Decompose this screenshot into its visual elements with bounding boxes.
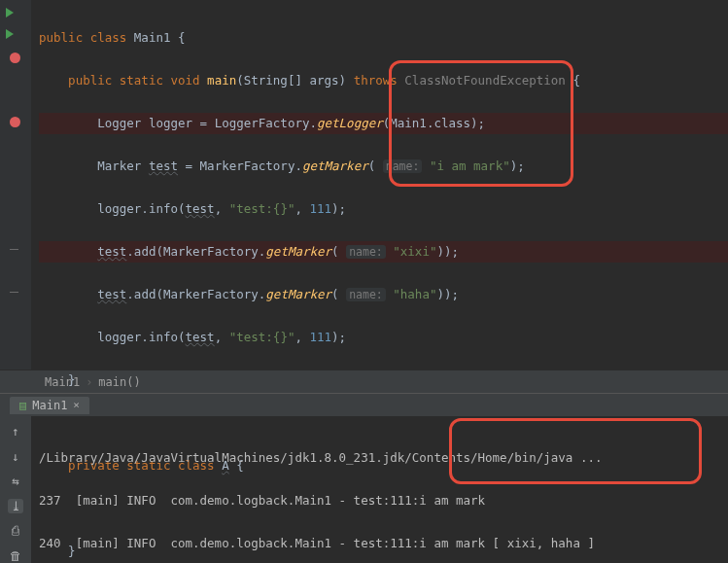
console-panel: ↑ ↓ ⇆ ⤓ ⎙ 🗑 /Library/Java/JavaVirtualMac… xyxy=(0,416,728,563)
breakpoint-icon[interactable] xyxy=(10,117,21,128)
code-text: { xyxy=(170,30,185,45)
console-line: 240 [main] INFO com.demo.logback.Main1 -… xyxy=(39,536,419,550)
param-hint: name: xyxy=(346,288,386,301)
method-call: getMarker xyxy=(265,287,331,301)
code-text: (Main1.class); xyxy=(383,116,485,130)
variable: test xyxy=(149,158,178,173)
trash-icon[interactable]: 🗑 xyxy=(8,548,23,564)
fold-icon[interactable] xyxy=(10,292,21,303)
code-text: )); xyxy=(436,244,459,259)
console-line: i am mark [ xixi, haha ] xyxy=(419,536,595,550)
number-literal: 111 xyxy=(310,201,332,216)
code-text: } xyxy=(39,369,728,391)
method-name: main xyxy=(207,73,236,88)
code-text: Marker xyxy=(97,158,149,173)
code-text: .add(MarkerFactory. xyxy=(126,244,265,259)
variable: test xyxy=(186,330,215,344)
method-call: getLogger xyxy=(317,116,383,130)
code-text: Logger logger = LoggerFactory. xyxy=(97,116,317,130)
variable: test xyxy=(186,201,215,216)
fold-icon[interactable] xyxy=(10,249,21,261)
run-config-icon: ▤ xyxy=(19,399,26,412)
console-line: i am mark xyxy=(419,493,485,508)
code-text: .add(MarkerFactory. xyxy=(126,287,265,301)
editor-gutter xyxy=(0,0,31,369)
keyword: public class xyxy=(39,30,126,45)
variable: test xyxy=(97,244,126,259)
code-text: , xyxy=(295,330,309,344)
console-toolbar: ↑ ↓ ⇆ ⤓ ⎙ 🗑 xyxy=(0,416,31,563)
code-text: , xyxy=(295,201,309,216)
string-literal: "xixi" xyxy=(393,244,436,259)
param-hint: name: xyxy=(346,245,386,259)
editor-area: public class Main1 { public static void … xyxy=(0,0,728,369)
string-literal: "test:{}" xyxy=(229,330,295,344)
code-text: (String[] args) xyxy=(236,73,346,88)
param-hint: name: xyxy=(383,159,423,173)
code-text: = MarkerFactory. xyxy=(178,158,302,173)
console-line: /Library/Java/JavaVirtualMachines/jdk1.8… xyxy=(39,450,412,465)
string-literal: "test:{}" xyxy=(229,201,295,216)
run-icon[interactable] xyxy=(6,29,17,41)
code-text: , xyxy=(215,330,229,344)
method-call: getMarker xyxy=(302,158,368,173)
code-text: logger.info( xyxy=(97,201,185,216)
down-icon[interactable]: ↓ xyxy=(8,449,23,465)
code-text: ); xyxy=(510,158,525,173)
code-editor[interactable]: public class Main1 { public static void … xyxy=(31,0,728,369)
number-literal: 111 xyxy=(310,330,332,344)
console-line: ... xyxy=(572,450,602,465)
console-line: Contents/Home/bin/java xyxy=(412,450,573,465)
keyword: throws xyxy=(354,73,398,88)
string-literal: "haha" xyxy=(393,287,436,301)
variable: test xyxy=(97,287,126,301)
code-text: , xyxy=(215,201,229,216)
console-line: 237 [main] INFO com.demo.logback.Main1 -… xyxy=(39,493,419,508)
exception-name: ClassNotFoundException xyxy=(404,73,566,88)
class-name: Main1 xyxy=(134,30,171,45)
code-text: ); xyxy=(331,201,346,216)
breakpoint-icon[interactable] xyxy=(10,53,21,64)
up-icon[interactable]: ↑ xyxy=(8,424,23,440)
scroll-to-end-icon[interactable]: ⤓ xyxy=(8,499,23,514)
run-icon[interactable] xyxy=(6,8,17,19)
method-call: getMarker xyxy=(265,244,331,259)
code-text: logger.info( xyxy=(97,330,185,344)
code-text: )); xyxy=(436,287,459,301)
code-text: { xyxy=(566,73,580,88)
print-icon[interactable]: ⎙ xyxy=(8,523,23,539)
console-output[interactable]: /Library/Java/JavaVirtualMachines/jdk1.8… xyxy=(31,416,728,563)
string-literal: "i am mark" xyxy=(430,158,510,173)
soft-wrap-icon[interactable]: ⇆ xyxy=(8,474,23,489)
code-text: ); xyxy=(331,330,346,344)
keyword: public static void xyxy=(68,73,199,88)
